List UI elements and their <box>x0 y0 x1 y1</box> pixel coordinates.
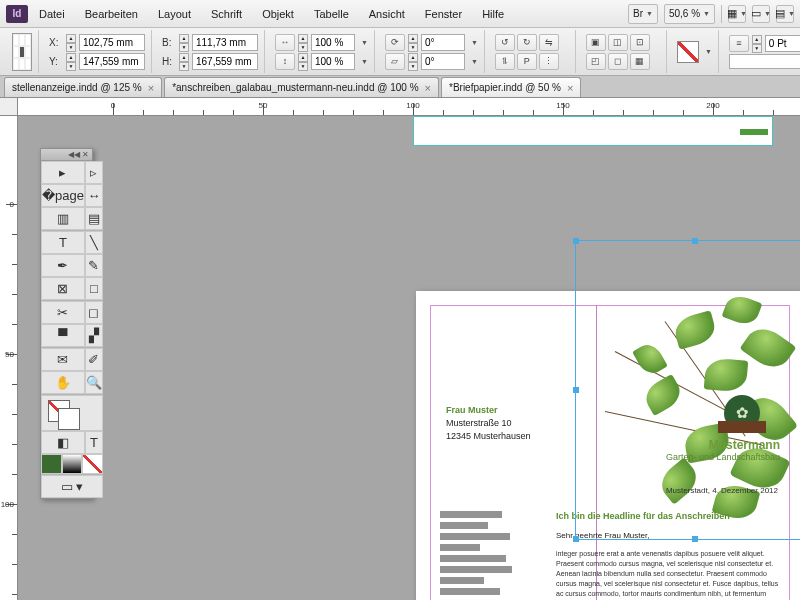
menu-ansicht[interactable]: Ansicht <box>360 5 414 23</box>
recipient-address: Frau Muster Musterstraße 10 12345 Muster… <box>446 404 531 443</box>
menu-fenster[interactable]: Fenster <box>416 5 471 23</box>
control-bar: X:▲▼ Y:▲▼ B:▲▼ H:▲▼ ↔▲▼▼ ↕▲▼▼ ⟳▲▼▼ ▱▲▼▼ … <box>0 28 800 76</box>
close-icon[interactable]: × <box>148 82 154 94</box>
doc-tab-1[interactable]: *anschreiben_galabau_mustermann-neu.indd… <box>164 77 439 97</box>
eyedropper-tool[interactable]: ✐ <box>85 348 103 371</box>
y-input[interactable] <box>79 53 145 70</box>
stroke-input[interactable] <box>765 35 800 52</box>
ruler-origin[interactable] <box>0 98 18 116</box>
fill-frame-icon[interactable]: ▦ <box>630 53 650 70</box>
pencil-tool[interactable]: ✎ <box>85 254 103 277</box>
close-icon[interactable]: × <box>567 82 573 94</box>
menu-bar: Id Datei Bearbeiten Layout Schrift Objek… <box>0 0 800 28</box>
menu-bearbeiten[interactable]: Bearbeiten <box>76 5 147 23</box>
spread-above <box>413 116 773 146</box>
rotate-icon: ⟳ <box>385 34 405 51</box>
content-placer-tool[interactable]: ▤ <box>85 207 103 230</box>
h-input[interactable] <box>192 53 258 70</box>
selection-tool[interactable]: ▸ <box>41 161 85 184</box>
selection-frame[interactable] <box>575 240 800 540</box>
handle-tm[interactable] <box>692 238 698 244</box>
scale-x-icon: ↔ <box>275 34 295 51</box>
tools-panel[interactable]: ◀◀ ✕ ▸ ▹ �page ↔ ▥ ▤ T ╲ ✒ ✎ ⊠ □ ✂ ◻ ▀ ▞ <box>40 148 93 499</box>
x-stepper[interactable]: ▲▼ <box>66 34 76 51</box>
close-icon[interactable]: × <box>425 82 431 94</box>
workspace: 050100150200 050100 <box>0 98 800 600</box>
zoom-level[interactable]: 50,6 %▼ <box>664 4 715 24</box>
doc-tab-2[interactable]: *Briefpapier.indd @ 50 %× <box>441 77 581 97</box>
line-tool[interactable]: ╲ <box>85 231 103 254</box>
rect-frame-tool[interactable]: ⊠ <box>41 277 85 300</box>
select-content-icon[interactable]: ◫ <box>608 34 628 51</box>
select-container-icon[interactable]: ▣ <box>586 34 606 51</box>
fill-stroke-swatch[interactable] <box>41 395 103 431</box>
screen-mode-icon[interactable]: ▭▼ <box>752 5 770 23</box>
menu-datei[interactable]: Datei <box>30 5 74 23</box>
pen-tool[interactable]: ✒ <box>41 254 85 277</box>
document-tabs: stellenanzeige.indd @ 125 %× *anschreibe… <box>0 76 800 98</box>
y-stepper[interactable]: ▲▼ <box>66 53 76 70</box>
gradient-swatch-tool[interactable]: ▀ <box>41 324 85 347</box>
shear-icon: ▱ <box>385 53 405 70</box>
free-transform-tool[interactable]: ◻ <box>85 301 103 324</box>
menu-hilfe[interactable]: Hilfe <box>473 5 513 23</box>
note-tool[interactable]: ✉ <box>41 348 85 371</box>
scale-x-input[interactable] <box>311 34 355 51</box>
panel-collapse-icon[interactable]: ◀◀ ✕ <box>41 149 92 161</box>
content-collector-tool[interactable]: ▥ <box>41 207 85 230</box>
flip-h-icon[interactable]: ⇋ <box>539 34 559 51</box>
menu-tabelle[interactable]: Tabelle <box>305 5 358 23</box>
scale-y-input[interactable] <box>311 53 355 70</box>
fit-frame-icon[interactable]: ◰ <box>586 53 606 70</box>
ruler-vertical[interactable]: 050100 <box>0 116 18 600</box>
w-input[interactable] <box>192 34 258 51</box>
fit-content-icon[interactable]: ⊡ <box>630 34 650 51</box>
letter-body: integer posuere erat a ante venenatis da… <box>556 549 782 599</box>
doc-tab-0[interactable]: stellenanzeige.indd @ 125 %× <box>4 77 162 97</box>
w-stepper[interactable]: ▲▼ <box>179 34 189 51</box>
canvas[interactable]: ✿ Frau Muster Musterstraße 10 12345 Must… <box>18 116 800 600</box>
rotate-cw-icon[interactable]: ↻ <box>517 34 537 51</box>
gradient-feather-tool[interactable]: ▞ <box>85 324 103 347</box>
arrange-icon[interactable]: ▤▼ <box>776 5 794 23</box>
shear-input[interactable] <box>421 53 465 70</box>
direct-selection-tool[interactable]: ▹ <box>85 161 103 184</box>
scissors-tool[interactable]: ✂ <box>41 301 85 324</box>
stroke-weight-icon: ≡ <box>729 35 749 52</box>
reference-point[interactable] <box>12 33 32 71</box>
rect-tool[interactable]: □ <box>85 277 103 300</box>
x-input[interactable] <box>79 34 145 51</box>
stroke-style[interactable] <box>729 54 800 69</box>
fill-swatch[interactable] <box>677 41 699 63</box>
menu-schrift[interactable]: Schrift <box>202 5 251 23</box>
menu-layout[interactable]: Layout <box>149 5 200 23</box>
hand-tool[interactable]: ✋ <box>41 371 85 394</box>
dots-icon[interactable]: ⋮ <box>539 53 559 70</box>
bridge-button[interactable]: Br▼ <box>628 4 658 24</box>
handle-bm[interactable] <box>692 536 698 542</box>
gap-tool[interactable]: ↔ <box>85 184 103 207</box>
view-mode-normal[interactable]: ▭ ▾ <box>41 475 103 498</box>
p-icon[interactable]: P <box>517 53 537 70</box>
type-tool[interactable]: T <box>41 231 85 254</box>
handle-bl[interactable] <box>573 536 579 542</box>
page-tool[interactable]: �page <box>41 184 85 207</box>
flip-v-icon[interactable]: ⥮ <box>495 53 515 70</box>
placeholder-bars <box>440 511 512 599</box>
format-container-icon[interactable]: ◧ <box>41 431 85 454</box>
rotate-ccw-icon[interactable]: ↺ <box>495 34 515 51</box>
app-icon: Id <box>6 5 28 23</box>
h-stepper[interactable]: ▲▼ <box>179 53 189 70</box>
center-content-icon[interactable]: ◻ <box>608 53 628 70</box>
zoom-tool[interactable]: 🔍 <box>85 371 103 394</box>
handle-tl[interactable] <box>573 238 579 244</box>
ruler-horizontal[interactable]: 050100150200 <box>18 98 800 116</box>
color-mode-row[interactable] <box>41 454 103 474</box>
scale-y-icon: ↕ <box>275 53 295 70</box>
format-text-icon[interactable]: T <box>85 431 103 454</box>
view-options-icon[interactable]: ▦▼ <box>728 5 746 23</box>
rotate-input[interactable] <box>421 34 465 51</box>
menu-objekt[interactable]: Objekt <box>253 5 303 23</box>
handle-ml[interactable] <box>573 387 579 393</box>
